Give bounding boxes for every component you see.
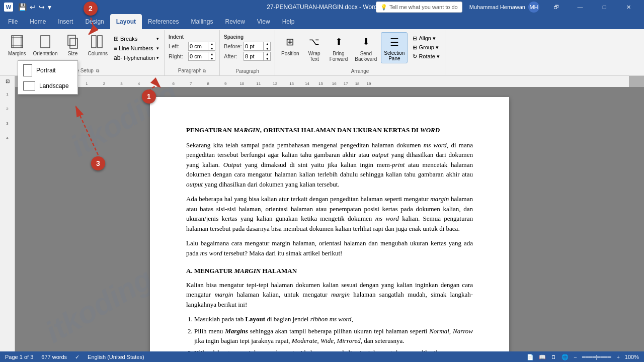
spacing-before-input[interactable]: ▲ ▼ [244, 42, 271, 51]
minimize-btn[interactable]: — [569, 0, 592, 14]
bring-forward-icon: ⬆ [331, 34, 347, 50]
indent-left-field[interactable] [190, 43, 208, 49]
hyphenation-button[interactable]: ab- Hyphenation ▾ [112, 53, 161, 62]
title-bar-right: 💡 Tell me what you want to do Muhammad H… [374, 0, 640, 14]
svg-rect-8 [92, 36, 96, 48]
zoom-slider[interactable]: ━━━━|━━━━ [582, 354, 612, 360]
zoom-out-icon[interactable]: − [574, 354, 577, 360]
landscape-option[interactable]: Landscape [18, 79, 77, 93]
ruler-mark-2: 2 [103, 81, 105, 86]
step-3: Klik salah satu sesuai dengan ukuran tep… [194, 348, 473, 352]
print-layout-icon[interactable]: 🗒 [551, 354, 556, 360]
wrap-text-label: WrapText [308, 51, 320, 62]
tab-help[interactable]: Help [276, 14, 301, 29]
indent-right-input[interactable]: ▲ ▼ [188, 52, 215, 61]
orientation-dropdown: Portrait Landscape [18, 60, 78, 95]
indent-right-up[interactable]: ▲ [208, 52, 215, 56]
restore-btn[interactable]: 🗗 [544, 0, 568, 14]
ruler-mark-1: 1 [86, 81, 88, 86]
spacing-after-input[interactable]: ▲ ▼ [244, 52, 271, 61]
page-setup-dialog-launcher[interactable]: ⧉ [96, 68, 99, 73]
undo-btn[interactable]: ↩ [30, 3, 36, 11]
customize-btn[interactable]: ▾ [48, 3, 51, 11]
spacing-label: Spacing [224, 34, 244, 40]
size-label: Size [68, 51, 77, 56]
paragraph-dialog-launcher[interactable]: ⧉ [203, 68, 206, 73]
web-layout-icon[interactable]: 🌐 [561, 354, 569, 360]
tab-design[interactable]: Design [79, 14, 110, 29]
tab-home[interactable]: Home [24, 14, 52, 29]
send-backward-button[interactable]: ⬇ SendBackward [352, 32, 380, 63]
indent-right-field[interactable] [190, 53, 208, 59]
spacing-after-spinner[interactable]: ▲ ▼ [263, 52, 271, 61]
tab-mailings[interactable]: Mailings [185, 14, 219, 29]
group-icon: ⊞ [413, 44, 417, 51]
bring-forward-button[interactable]: ⬆ BringForward [327, 32, 351, 63]
columns-button[interactable]: Columns [85, 32, 111, 58]
ruler-mark-12: 12 [273, 81, 277, 86]
paragraph-2: Ada beberapa hal yang bisa kalian atur t… [186, 194, 473, 233]
spacing-after-down[interactable]: ▼ [264, 56, 271, 61]
title-bar: W 💾 ↩ ↪ ▾ 27-PENGATURAN-MARGIN.docx - Wo… [0, 0, 644, 14]
tab-references[interactable]: References [142, 14, 185, 29]
close-btn[interactable]: ✕ [617, 0, 640, 14]
zoom-level: 100% [625, 354, 639, 360]
tab-layout[interactable]: Layout [110, 14, 142, 29]
indent-left-row: Left: ▲ ▼ [169, 42, 215, 51]
lightbulb-icon: 💡 [380, 4, 387, 11]
paragraph-3: Lalu bagaimana cara mengatur margin hala… [186, 238, 473, 258]
indent-left-down[interactable]: ▼ [208, 46, 215, 51]
rotate-button[interactable]: ↻ Rotate ▾ [411, 52, 441, 61]
tab-file[interactable]: File [2, 14, 24, 29]
indent-left-up[interactable]: ▲ [208, 42, 215, 46]
tab-view[interactable]: View [251, 14, 276, 29]
tab-insert[interactable]: Insert [52, 14, 79, 29]
spacing-before-up[interactable]: ▲ [264, 42, 271, 46]
tell-me-box[interactable]: 💡 Tell me what you want to do [376, 2, 462, 13]
selection-pane-label: SelectionPane [384, 50, 405, 61]
spacing-after-field[interactable] [245, 53, 263, 59]
margins-button[interactable]: Margins [5, 32, 29, 58]
indent-left-spinner[interactable]: ▲ ▼ [208, 42, 215, 51]
landscape-label: Landscape [39, 82, 69, 89]
selection-pane-button[interactable]: ☰ SelectionPane [381, 32, 408, 63]
svg-rect-7 [70, 38, 77, 48]
ruler-mark-17: 17 [344, 81, 348, 86]
focus-mode-icon[interactable]: 📄 [527, 354, 534, 360]
arrange-small-group: ⊟ Align ▾ ⊞ Group ▾ ↻ Rotate ▾ [411, 34, 441, 61]
spacing-before-field[interactable] [245, 43, 263, 49]
spacing-before-down[interactable]: ▼ [264, 46, 271, 51]
indent-right-down[interactable]: ▼ [208, 56, 215, 61]
size-button[interactable]: Size [62, 32, 84, 58]
selection-pane-icon: ☰ [386, 34, 403, 50]
word-icon: W [4, 3, 13, 12]
portrait-option[interactable]: Portrait [18, 62, 77, 79]
position-label: Position [281, 51, 299, 56]
window-title: 27-PENGATURAN-MARGIN.docx - Word [267, 4, 377, 11]
window-controls: 🗗 — □ ✕ [544, 0, 640, 14]
hyphenation-icon: ab- [114, 54, 122, 61]
spacing-after-up[interactable]: ▲ [264, 52, 271, 56]
paragraph-label-indent: Paragraph ⧉ [165, 68, 219, 74]
size-icon [65, 34, 81, 50]
spacing-before-spinner[interactable]: ▲ ▼ [263, 42, 271, 51]
save-btn[interactable]: 💾 [18, 3, 27, 11]
line-numbers-button[interactable]: ≡ Line Numbers ▾ [112, 44, 161, 53]
position-button[interactable]: ⊞ Position [278, 32, 302, 58]
tab-review[interactable]: Review [219, 14, 251, 29]
zoom-in-icon[interactable]: + [616, 354, 619, 360]
user-area: Muhammad Hernawan MH [469, 2, 539, 13]
orientation-button[interactable]: Orientation [30, 32, 61, 58]
read-mode-icon[interactable]: 📖 [539, 354, 546, 360]
ruler-corner[interactable]: ⊡ [0, 76, 15, 87]
document-area: itkoding itkoding itkoding itkoding PENG… [15, 87, 644, 351]
group-button[interactable]: ⊞ Group ▾ [411, 43, 441, 52]
indent-right-spinner[interactable]: ▲ ▼ [208, 52, 215, 61]
align-button[interactable]: ⊟ Align ▾ [411, 34, 441, 43]
breaks-button[interactable]: ⊞ Breaks ▾ [112, 34, 161, 43]
ruler-mark-7: 7 [190, 81, 192, 86]
wrap-text-button[interactable]: ⌥ WrapText [303, 32, 326, 63]
redo-btn[interactable]: ↪ [39, 3, 45, 11]
maximize-btn[interactable]: □ [593, 0, 616, 14]
indent-left-input[interactable]: ▲ ▼ [188, 42, 215, 51]
